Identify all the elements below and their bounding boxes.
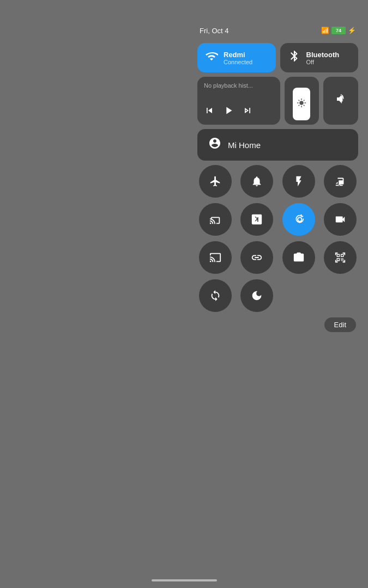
status-icons: 📶 74 ⚡ bbox=[321, 27, 356, 34]
home-bar bbox=[152, 579, 217, 581]
nfc-button[interactable] bbox=[240, 203, 273, 236]
media-tile[interactable]: No playback hist... bbox=[197, 77, 280, 125]
mi-home-icon bbox=[208, 137, 221, 153]
flashlight-button[interactable] bbox=[282, 165, 315, 198]
brightness-tile[interactable] bbox=[285, 77, 319, 125]
top-tiles: Redmi Connected Bluetooth Off bbox=[197, 43, 358, 72]
brightness-slider[interactable] bbox=[293, 88, 310, 120]
battery-icon: 74 bbox=[331, 27, 346, 34]
bluetooth-label: Bluetooth bbox=[306, 51, 340, 59]
wifi-icon bbox=[205, 50, 218, 66]
prev-button[interactable] bbox=[204, 105, 215, 119]
auto-rotate-button[interactable] bbox=[282, 203, 315, 236]
bluetooth-icon bbox=[288, 50, 301, 66]
wifi-tile-text: Redmi Connected bbox=[224, 51, 252, 65]
notification-button[interactable] bbox=[240, 165, 273, 198]
do-not-disturb-button[interactable] bbox=[240, 279, 273, 312]
sync-button[interactable] bbox=[199, 279, 232, 312]
next-button[interactable] bbox=[242, 105, 253, 119]
mi-home-label: Mi Home bbox=[228, 140, 261, 150]
charging-icon: ⚡ bbox=[348, 27, 356, 34]
edit-button[interactable]: Edit bbox=[324, 317, 356, 332]
screenshot-button[interactable] bbox=[324, 165, 357, 198]
scan-button[interactable] bbox=[324, 241, 357, 274]
brightness-icon bbox=[297, 98, 306, 111]
link-button[interactable] bbox=[240, 241, 273, 274]
wifi-status-icon: 📶 bbox=[321, 27, 329, 34]
status-time: Fri, Oct 4 bbox=[200, 27, 228, 35]
media-row: No playback hist... bbox=[197, 77, 358, 125]
media-no-history: No playback hist... bbox=[204, 82, 274, 89]
status-bar: Fri, Oct 4 📶 74 ⚡ bbox=[197, 24, 358, 36]
wifi-tile[interactable]: Redmi Connected bbox=[197, 43, 276, 72]
bluetooth-tile-text: Bluetooth Off bbox=[306, 51, 340, 65]
media-controls bbox=[204, 105, 274, 119]
volume-icon bbox=[334, 93, 347, 109]
camera-button[interactable] bbox=[282, 241, 315, 274]
airplane-mode-button[interactable] bbox=[199, 165, 232, 198]
wifi-label: Redmi bbox=[224, 51, 252, 59]
play-button[interactable] bbox=[222, 105, 234, 119]
bluetooth-sub: Off bbox=[306, 59, 340, 65]
quick-toggles-grid bbox=[197, 165, 358, 312]
bluetooth-tile[interactable]: Bluetooth Off bbox=[280, 43, 359, 72]
mi-home-tile[interactable]: Mi Home bbox=[197, 129, 358, 161]
cast-screen-button[interactable] bbox=[199, 241, 232, 274]
video-button[interactable] bbox=[324, 203, 357, 236]
wifi-sub: Connected bbox=[224, 59, 252, 65]
volume-tile[interactable] bbox=[323, 77, 358, 125]
cast-button[interactable] bbox=[199, 203, 232, 236]
